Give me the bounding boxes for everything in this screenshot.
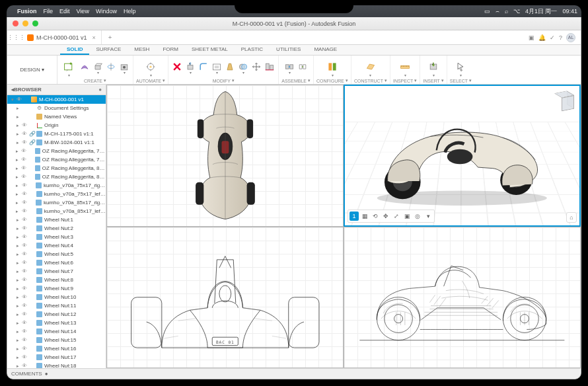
ribbon-tab-manage[interactable]: MANAGE [307, 45, 344, 55]
tree-component[interactable]: ▸👁🔗M-BW-1024-001 v1:1 [7, 138, 106, 147]
extrude-icon[interactable]: ▾ [92, 61, 104, 73]
tree-component[interactable]: ▸👁Wheel Nut:7 [7, 267, 106, 276]
tree-component[interactable]: ▸👁kumho_v70a_85x17_left:1 [7, 207, 106, 215]
group-label-configure[interactable]: CONFIGURE▾ [316, 78, 348, 84]
hole-icon[interactable]: ▾ [118, 61, 130, 73]
tree-component[interactable]: ▸👁kumho_v70a_75x17_left:1 [7, 190, 106, 198]
group-label-automate[interactable]: AUTOMATE▾ [136, 78, 165, 84]
battery-icon[interactable]: ▭ [484, 8, 490, 15]
menu-file[interactable]: File [44, 8, 54, 15]
tree-component[interactable]: ▸👁OZ Racing Alleggerita, 75x17:1 [7, 147, 106, 155]
configure-icon[interactable]: ▾ [324, 58, 341, 75]
tree-component[interactable]: ▸👁Wheel Nut:4 [7, 241, 106, 250]
menu-window[interactable]: Window [96, 8, 117, 15]
menu-help[interactable]: Help [124, 8, 136, 15]
insert-icon[interactable]: ▾ [425, 58, 442, 75]
notifications-icon[interactable]: 🔔 [538, 34, 546, 41]
tree-component[interactable]: ▸👁Wheel Nut:11 [7, 301, 106, 310]
viewport-front[interactable]: BAC 01 [106, 227, 344, 369]
user-avatar[interactable]: AL [566, 33, 575, 42]
window-zoom-button[interactable] [32, 20, 38, 26]
jobs-icon[interactable]: ✓ [550, 34, 555, 41]
control-center-icon[interactable]: ⌥ [513, 8, 520, 15]
revolve-icon[interactable] [105, 61, 117, 73]
tree-component[interactable]: ▸👁Wheel Nut:12 [7, 310, 106, 319]
wifi-icon[interactable]: ⌢ [496, 8, 499, 15]
window-close-button[interactable] [13, 20, 18, 26]
create-form-icon[interactable] [79, 61, 91, 73]
fillet-icon[interactable] [198, 61, 209, 73]
new-sketch-icon[interactable]: ▾ [60, 58, 77, 75]
group-label-create[interactable]: CREATE▾ [84, 78, 106, 84]
tree-component[interactable]: ▸👁Wheel Nut:15 [7, 336, 106, 344]
extensions-icon[interactable]: ▣ [529, 34, 534, 41]
ribbon-tab-mesh[interactable]: MESH [128, 45, 156, 55]
as-built-joint-icon[interactable] [297, 61, 309, 73]
vp-look-icon[interactable]: ◎ [413, 212, 422, 221]
move-icon[interactable] [250, 61, 262, 73]
close-tab-icon[interactable]: × [92, 34, 96, 41]
press-pull-icon[interactable]: ▾ [184, 61, 196, 73]
combine-icon[interactable]: ▾ [237, 61, 249, 73]
data-panel-button[interactable]: ⋮⋮⋮ [7, 34, 22, 41]
tree-component[interactable]: ▸👁Wheel Nut:2 [7, 224, 106, 233]
workspace-switcher[interactable]: DESIGN▾ [7, 56, 57, 84]
tree-component[interactable]: ▸👁Wheel Nut:17 [7, 353, 106, 362]
vp-pan-icon[interactable]: ✥ [381, 212, 390, 221]
browser-tree[interactable]: ▾👁M-CH-0000-001 v1▸⚙Document Settings▸Na… [7, 95, 106, 368]
tree-component[interactable]: ▸👁Wheel Nut:1 [7, 215, 106, 224]
joint-icon[interactable]: ▾ [283, 61, 295, 73]
help-icon[interactable]: ? [559, 34, 562, 41]
ribbon-tab-plastic[interactable]: PLASTIC [235, 45, 270, 55]
ribbon-tab-utilities[interactable]: UTILITIES [270, 45, 307, 55]
new-tab-button[interactable]: ＋ [102, 33, 118, 42]
vp-fit-icon[interactable]: ▣ [402, 212, 412, 221]
menu-edit[interactable]: Edit [59, 8, 70, 15]
ribbon-tab-surface[interactable]: SURFACE [89, 45, 128, 55]
tree-origin[interactable]: ▸👁Origin [7, 121, 106, 130]
align-icon[interactable] [264, 61, 276, 73]
tree-component[interactable]: ▸👁kumho_v70a_85x17_right:1 [7, 198, 106, 207]
tree-component[interactable]: ▸👁Wheel Nut:13 [7, 319, 106, 327]
group-label-select[interactable]: SELECT▾ [450, 78, 472, 84]
menu-view[interactable]: View [77, 8, 89, 15]
viewport-side[interactable] [344, 227, 581, 369]
delete-icon[interactable] [171, 61, 183, 73]
tree-component[interactable]: ▸👁OZ Racing Alleggerita, 85x17:2 [7, 173, 106, 181]
group-label-modify[interactable]: MODIFY▾ [213, 78, 235, 84]
draft-icon[interactable] [224, 61, 236, 73]
tree-component[interactable]: ▸👁Wheel Nut:5 [7, 250, 106, 258]
tree-root[interactable]: ▾👁M-CH-0000-001 v1 [7, 95, 106, 104]
browser-header[interactable]: ◂ BROWSER● [7, 85, 106, 95]
tree-component[interactable]: ▸👁kumho_v70a_75x17_right:1 [7, 181, 106, 190]
tree-component[interactable]: ▸👁Wheel Nut:6 [7, 258, 106, 267]
ribbon-tab-form[interactable]: FORM [156, 45, 185, 55]
ribbon-tab-solid[interactable]: SOLID [60, 45, 89, 55]
search-icon[interactable]: ⌕ [505, 8, 508, 15]
group-label-inspect[interactable]: INSPECT▾ [393, 78, 417, 84]
tree-component[interactable]: ▸👁OZ Racing Alleggerita, 75x17:2 [7, 155, 106, 164]
comments-panel-header[interactable]: COMMENTS● [7, 368, 581, 379]
tree-component[interactable]: ▸👁Wheel Nut:9 [7, 284, 106, 293]
vp-display-1[interactable]: 1 [349, 212, 359, 221]
group-label-assemble[interactable]: ASSEMBLE▾ [281, 78, 311, 84]
tree-component[interactable]: ▸👁Wheel Nut:18 [7, 362, 106, 368]
home-view-button[interactable]: ⌂ [566, 212, 577, 223]
tree-component[interactable]: ▸👁Wheel Nut:16 [7, 344, 106, 353]
measure-icon[interactable]: ▾ [396, 58, 414, 75]
select-icon[interactable]: ▾ [452, 58, 469, 75]
window-minimize-button[interactable] [22, 20, 28, 26]
app-menu[interactable]: Fusion [17, 8, 37, 15]
tree-component[interactable]: ▸👁Wheel Nut:14 [7, 327, 106, 336]
tree-named-views[interactable]: ▸Named Views [7, 112, 106, 121]
vp-more-icon[interactable]: ▾ [423, 212, 433, 221]
group-label-insert[interactable]: INSERT▾ [423, 78, 444, 84]
tree-doc-settings[interactable]: ▸⚙Document Settings [7, 104, 106, 112]
tree-component[interactable]: ▸👁Wheel Nut:3 [7, 233, 106, 241]
vp-grid-icon[interactable]: ▦ [360, 212, 369, 221]
menubar-time[interactable]: 09:41 [562, 8, 577, 15]
vp-zoom-icon[interactable]: ⤢ [392, 212, 401, 221]
document-tab[interactable]: M-CH-0000-001 v1 × [22, 30, 102, 44]
construct-plane-icon[interactable]: ▾ [362, 58, 379, 75]
automate-icon[interactable]: ▾ [142, 58, 159, 75]
